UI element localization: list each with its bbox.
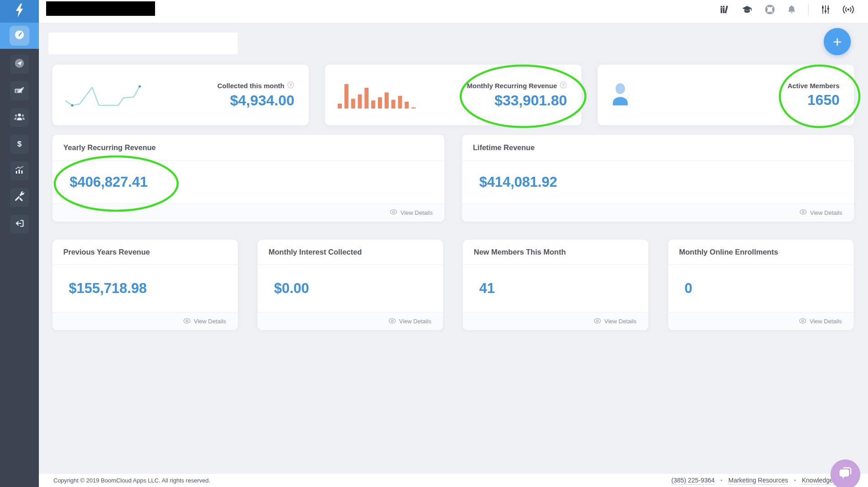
logo-redaction <box>46 1 155 16</box>
sidebar-item-logout[interactable] <box>10 215 29 234</box>
analytics-icon <box>14 165 25 177</box>
help-icon[interactable]: ? <box>560 81 567 90</box>
stat-value: $33,901.80 <box>467 92 567 109</box>
view-details-link[interactable]: View Details <box>52 312 238 330</box>
card-monthly-online-enrollments: Monthly Online Enrollments 0 View Detail… <box>668 240 854 330</box>
stat-value: $4,934.00 <box>217 92 294 109</box>
page-title-redaction <box>48 33 238 54</box>
members-icon <box>14 112 25 123</box>
card-yearly-recurring-revenue: Yearly Recurring Revenue $406,827.41 Vie… <box>52 135 444 222</box>
sidebar-item-payments[interactable]: $ <box>10 135 29 154</box>
navbar-divider <box>808 4 809 15</box>
life-ring-icon[interactable] <box>765 5 775 14</box>
sliders-icon[interactable] <box>821 5 830 14</box>
card-title: New Members This Month <box>463 240 648 265</box>
view-details-link[interactable]: View Details <box>463 312 648 330</box>
footer-separator: • <box>794 478 796 484</box>
stat-card-monthly-recurring-revenue: Monthly Recurring Revenue ? $33,901.80 <box>325 65 581 125</box>
library-icon[interactable] <box>719 5 729 14</box>
lightning-bolt-icon <box>14 4 24 19</box>
stat-label: Active Members <box>788 82 840 90</box>
card-value: 41 <box>463 265 648 312</box>
member-person-icon <box>610 83 631 107</box>
stat-card-collected-this-month: Collected this month ? $4,934.00 <box>52 65 309 125</box>
graduation-cap-icon[interactable] <box>741 5 753 14</box>
card-previous-years-revenue: Previous Years Revenue $155,718.98 View … <box>52 240 238 330</box>
add-button[interactable]: + <box>824 28 851 55</box>
footer: Copyright © 2019 BoomCloud Apps LLC. All… <box>39 474 868 487</box>
copyright-text: Copyright © 2019 BoomCloud Apps LLC. All… <box>53 477 210 484</box>
eye-icon <box>388 318 396 325</box>
bell-icon[interactable] <box>787 5 796 14</box>
footer-link-marketing-resources[interactable]: Marketing Resources <box>728 477 788 485</box>
broadcast-icon[interactable] <box>842 5 854 14</box>
eye-icon <box>183 318 191 325</box>
card-title: Monthly Online Enrollments <box>668 240 854 265</box>
chat-bubble-icon <box>837 465 854 483</box>
dollar-icon: $ <box>14 138 24 151</box>
stat-value: 1650 <box>788 92 840 109</box>
svg-text:?: ? <box>289 83 292 87</box>
view-details-link[interactable]: View Details <box>258 312 443 330</box>
help-icon[interactable]: ? <box>287 81 294 90</box>
bar-sparkline <box>338 82 415 109</box>
card-title: Lifetime Revenue <box>462 135 854 161</box>
billing-check-icon: $ <box>14 85 25 97</box>
sidebar-item-billing[interactable]: $ <box>10 81 29 100</box>
eye-icon <box>799 209 807 216</box>
svg-text:$: $ <box>17 140 22 148</box>
sidebar-item-dashboard[interactable] <box>0 23 39 49</box>
stat-label: Collected this month <box>217 82 284 90</box>
dashboard-gauge-icon <box>14 29 25 43</box>
plus-icon: + <box>833 33 842 51</box>
view-details-link[interactable]: View Details <box>668 312 854 330</box>
card-value: $414,081.92 <box>462 161 854 203</box>
sidebar-item-tools[interactable] <box>10 188 29 207</box>
card-new-members-this-month: New Members This Month 41 View Details <box>463 240 648 330</box>
svg-text:$: $ <box>16 90 18 93</box>
card-lifetime-revenue: Lifetime Revenue $414,081.92 View Detail… <box>462 135 854 222</box>
svg-text:?: ? <box>562 83 565 87</box>
stat-card-active-members: Active Members 1650 <box>598 65 854 125</box>
app-logo <box>0 0 39 23</box>
sidebar-item-navigator[interactable] <box>10 55 29 74</box>
tools-icon <box>14 191 25 204</box>
stat-label: Monthly Recurring Revenue <box>467 82 557 90</box>
line-sparkline <box>64 85 141 107</box>
eye-icon <box>799 318 807 325</box>
view-details-link[interactable]: View Details <box>462 203 854 221</box>
card-title: Monthly Interest Collected <box>258 240 443 265</box>
logout-icon <box>14 218 25 230</box>
top-navbar <box>39 0 868 23</box>
sidebar-item-analytics[interactable] <box>10 161 29 180</box>
sidebar-item-members[interactable] <box>10 108 29 127</box>
card-title: Previous Years Revenue <box>52 240 238 265</box>
sidebar: $ <box>0 0 39 487</box>
view-details-link[interactable]: View Details <box>52 203 444 221</box>
chat-widget-button[interactable] <box>830 459 860 487</box>
card-title: Yearly Recurring Revenue <box>52 135 444 161</box>
eye-icon <box>390 209 397 216</box>
footer-separator: • <box>721 478 722 484</box>
eye-icon <box>594 318 601 325</box>
footer-link-phone[interactable]: (385) 225-9364 <box>671 477 715 485</box>
card-monthly-interest-collected: Monthly Interest Collected $0.00 View De… <box>258 240 443 330</box>
card-value: $155,718.98 <box>52 265 238 312</box>
card-value: $406,827.41 <box>52 161 444 203</box>
card-value: 0 <box>668 265 854 312</box>
card-value: $0.00 <box>258 265 443 312</box>
paper-plane-icon <box>14 58 25 71</box>
